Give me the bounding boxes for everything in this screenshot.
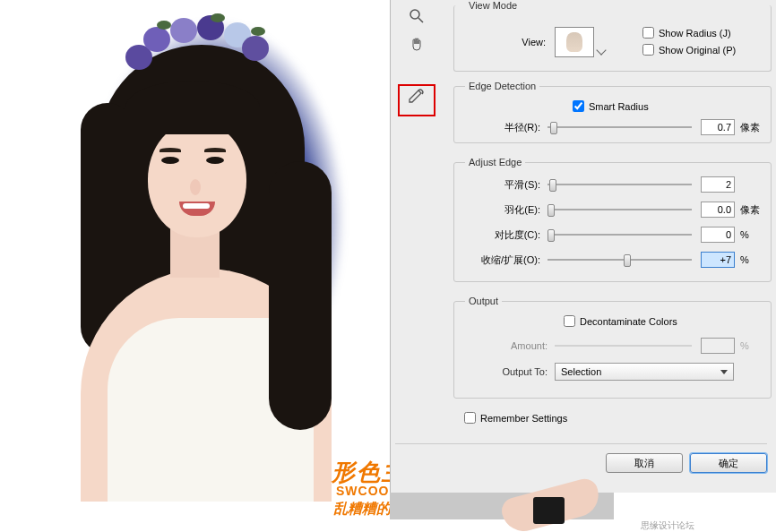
feather-unit: 像素 xyxy=(735,203,760,217)
smooth-slider[interactable] xyxy=(548,177,692,192)
view-label: View: xyxy=(465,37,555,47)
decontaminate-checkbox[interactable] xyxy=(564,315,575,327)
smart-radius-checkbox[interactable] xyxy=(573,100,584,112)
contrast-unit: % xyxy=(735,229,760,240)
photo-subject xyxy=(36,0,358,502)
hand-tool[interactable] xyxy=(404,33,429,56)
smart-radius-label: Smart Radius xyxy=(589,101,649,112)
decontaminate-label: Decontaminate Colors xyxy=(580,316,677,327)
show-radius-label: Show Radius (J) xyxy=(659,28,731,39)
chevron-down-icon xyxy=(596,45,606,55)
shift-edge-input[interactable] xyxy=(701,252,735,268)
canvas-preview[interactable] xyxy=(0,0,390,532)
smooth-label: 平滑(S): xyxy=(465,178,548,192)
tool-highlight-box xyxy=(398,84,435,116)
radius-slider[interactable] xyxy=(548,120,692,134)
output-to-select[interactable]: Selection xyxy=(555,363,734,381)
svg-line-1 xyxy=(418,18,423,22)
output-to-value: Selection xyxy=(561,366,601,377)
feather-input[interactable] xyxy=(701,202,735,218)
radius-label: 半径(R): xyxy=(465,121,548,134)
shift-edge-slider[interactable] xyxy=(548,253,692,267)
view-mode-legend: View Mode xyxy=(465,0,521,11)
footer-credit: 思缘设计论坛 WWW.MISSYUAN.COM xyxy=(641,519,776,532)
adjust-edge-legend: Adjust Edge xyxy=(465,157,525,167)
edge-detection-group: Edge Detection Smart Radius 半径(R): 像素 xyxy=(453,81,772,143)
feather-slider[interactable] xyxy=(548,202,692,217)
radius-input[interactable] xyxy=(701,119,735,135)
view-mode-group: View Mode View: Show Radius (J) Show Ori… xyxy=(453,0,772,72)
svg-point-0 xyxy=(410,10,419,19)
contrast-label: 对比度(C): xyxy=(465,228,548,242)
smooth-input[interactable] xyxy=(701,176,735,193)
zoom-tool[interactable] xyxy=(404,4,429,28)
amount-unit: % xyxy=(735,340,760,351)
amount-input xyxy=(701,338,735,354)
remember-settings-label: Remember Settings xyxy=(480,413,567,424)
chevron-down-icon xyxy=(720,370,728,374)
shift-edge-label: 收缩/扩展(O): xyxy=(465,253,548,267)
amount-label: Amount: xyxy=(465,340,555,351)
contrast-input[interactable] xyxy=(701,227,735,243)
adjust-edge-group: Adjust Edge 平滑(S): 羽化(E): 像素 对比度(C): % 收… xyxy=(453,157,772,282)
contrast-slider[interactable] xyxy=(548,227,692,242)
cancel-button[interactable]: 取消 xyxy=(606,453,683,473)
feather-label: 羽化(E): xyxy=(465,203,548,217)
view-mode-dropdown[interactable] xyxy=(555,27,594,57)
edge-detection-legend: Edge Detection xyxy=(465,81,539,91)
refine-edge-dialog: View Mode View: Show Radius (J) Show Ori… xyxy=(390,0,776,493)
output-to-label: Output To: xyxy=(465,366,555,377)
show-original-checkbox[interactable] xyxy=(642,44,654,56)
show-original-label: Show Original (P) xyxy=(659,45,736,56)
shift-edge-unit: % xyxy=(735,254,760,265)
amount-slider xyxy=(555,339,692,353)
output-group: Output Decontaminate Colors Amount: % Ou… xyxy=(453,296,772,399)
output-legend: Output xyxy=(465,296,502,306)
camera-silhouette xyxy=(533,497,565,524)
ok-button[interactable]: 确定 xyxy=(690,453,767,473)
show-radius-checkbox[interactable] xyxy=(642,27,654,39)
remember-settings-checkbox[interactable] xyxy=(464,412,476,424)
radius-unit: 像素 xyxy=(735,121,760,134)
